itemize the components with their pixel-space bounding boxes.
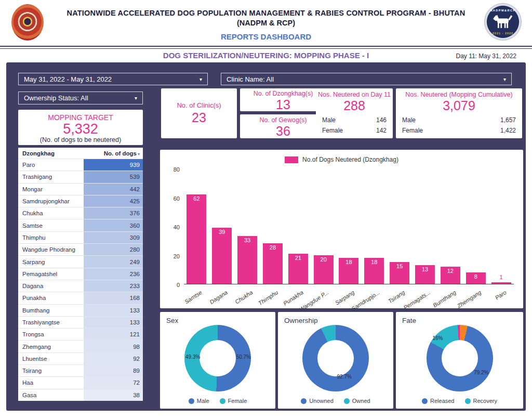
bar-value-label: 13 [415,266,435,272]
bar[interactable] [491,282,511,284]
y-axis-tick: 80 [164,166,180,173]
bar-y-axis: 020406080 [164,169,180,284]
legend-item[interactable]: Recovery [465,398,497,404]
dzongkhag-name: Chukha [18,207,84,219]
dzongkhag-table: Dzongkhag No. of dogs▾ Paro939Trashigang… [18,148,143,401]
bar-value-label: 62 [187,195,206,202]
dzongkhag-name: Lhuentse [18,353,84,364]
table-row[interactable]: Trashiyangtse133 [18,316,143,328]
table-row[interactable]: Punakha168 [18,292,143,304]
x-axis-label: Samtse [183,289,203,305]
table-row[interactable]: Lhuentse92 [18,352,143,364]
table-header[interactable]: Dzongkhag No. of dogs▾ [18,148,143,159]
dzongkhags-label: No. of Dzongkhag(s) [240,90,326,97]
dzongkhags-value: 13 [240,97,326,112]
legend-item[interactable]: Female [220,398,247,404]
ownership-donut-chart[interactable]: 92.7% [302,325,369,391]
table-row[interactable]: Zhemgang98 [18,340,143,352]
cumulative-label: Nos. Neutered (Mopping Cumulative) [396,91,522,98]
bar[interactable]: 21 [288,254,308,284]
table-row[interactable]: Sarpang249 [18,255,143,267]
clinic-name-dropdown[interactable]: Clinic Name: All ▾ [221,73,512,85]
dogs-count-cell: 89 [84,365,143,376]
date-range-dropdown[interactable]: May 31, 2022 - May 31, 2022 ▾ [18,73,208,85]
column-header-dzongkhag[interactable]: Dzongkhag [18,150,84,156]
table-row[interactable]: Samtse360 [18,219,143,231]
table-row[interactable]: Trashigang539 [18,171,143,182]
mopping-target-value: 5,332 [18,122,143,136]
table-row[interactable]: Wangdue Phodrang280 [18,243,143,255]
program-title: NATIONWIDE ACCELERATED DOG POPULATION MA… [0,9,532,17]
badge-year-text: 2021 - 2022 [487,32,518,35]
column-header-dogs[interactable]: No. of dogs▾ [84,150,143,156]
bar-slot: 39Dagana [209,169,235,284]
bar[interactable]: 15 [390,262,409,284]
legend-label: No.of Dogs Neutered (Dzongkhag) [302,156,398,163]
gewogs-label: No. of Gewog(s) [240,116,326,124]
bar-value-label: 21 [288,255,308,261]
mopping-target-label: MOPPING TARGET [18,113,143,122]
bar[interactable]: 18 [339,258,358,284]
bar[interactable]: 18 [364,258,384,284]
bar[interactable]: 13 [415,265,435,284]
bar[interactable]: 8 [466,272,486,284]
bar-slot: 13Pemagats... [413,169,438,284]
bar-chart-legend[interactable]: No.of Dogs Neutered (Dzongkhag) [160,156,523,163]
bar-value-label: 1 [488,274,514,280]
legend-item-label: Male [197,398,209,404]
dzongkhag-name: Trashiyangtse [18,317,84,328]
dogs-count-cell: 442 [84,184,143,195]
ownership-status-dropdown[interactable]: Ownership Status: All ▾ [18,92,143,104]
cumulative-value: 3,079 [396,98,522,113]
dzongkhag-name: Haa [18,377,84,388]
bar[interactable]: 20 [314,255,334,284]
bar[interactable]: 28 [263,243,283,284]
table-row[interactable]: Trongsa121 [18,328,143,340]
table-row[interactable]: Pemagatshel236 [18,268,143,280]
dzongkhag-table-rows: Paro939Trashigang539Mongar442Samdrupjong… [18,159,143,401]
legend-item-label: Unowned [309,398,333,404]
day11-kpi-card: Nos. Neutered on Day 11 288 Male 146 Fem… [316,88,393,138]
table-row[interactable]: Mongar442 [18,183,143,195]
table-row[interactable]: Tsirang89 [18,364,143,376]
table-row[interactable]: Chukha376 [18,207,143,219]
sex-donut-legend: MaleFemale [160,398,275,404]
table-row[interactable]: Bumthang133 [18,304,143,316]
legend-item[interactable]: Owned [344,398,370,404]
dzongkhag-name: Sarpang [18,256,84,267]
bar[interactable]: 62 [187,194,206,284]
table-row[interactable]: Samdrupjongkhar425 [18,195,143,207]
x-axis-label: Chukha [234,289,254,305]
dzongkhag-name: Trongsa [18,329,84,340]
table-row[interactable]: Paro939 [18,159,143,171]
bar[interactable]: 33 [237,236,257,284]
fate-donut-chart[interactable]: 79.2%16% [427,325,493,391]
date-range-value: May 31, 2022 - May 31, 2022 [24,75,112,83]
legend-dot-icon [220,398,225,404]
bar[interactable]: 12 [441,267,460,284]
legend-item-label: Owned [352,398,370,404]
nadpm-rcp-badge-logo: NADPM&RCP 2021 - 2022 [484,3,522,41]
bar-slot: 18Samdrupjo... [362,169,387,284]
x-axis-label: Paro [494,289,508,301]
cumulative-male-value: 1,657 [500,116,516,124]
dzongkhags-kpi-card: No. of Dzongkhag(s) 13 [240,88,326,111]
x-axis-label: Pemagats... [403,289,432,311]
legend-item[interactable]: Male [189,398,209,404]
program-abbreviation: (NADPM & RCP) [0,19,532,27]
legend-item[interactable]: Unowned [301,398,333,404]
dogs-count-cell: 539 [84,171,143,182]
table-row[interactable]: Dagana233 [18,280,143,292]
table-row[interactable]: Gasa38 [18,389,143,401]
y-axis-tick: 0 [164,282,180,288]
table-row[interactable]: Thimphu309 [18,231,143,243]
report-date: Day 11: May 31, 2022 [456,53,516,60]
dashboard-subtitle: REPORTS DASHBOARD [0,32,532,41]
sex-donut-chart[interactable]: 50.7%49.3% [184,325,251,391]
legend-item[interactable]: Released [422,398,454,404]
bar[interactable]: 39 [212,228,232,284]
dzongkhag-name: Mongar [18,184,84,195]
bar-value-label: 18 [364,259,384,265]
table-row[interactable]: Haa72 [18,376,143,388]
dzongkhag-name: Zhemgang [18,341,84,352]
